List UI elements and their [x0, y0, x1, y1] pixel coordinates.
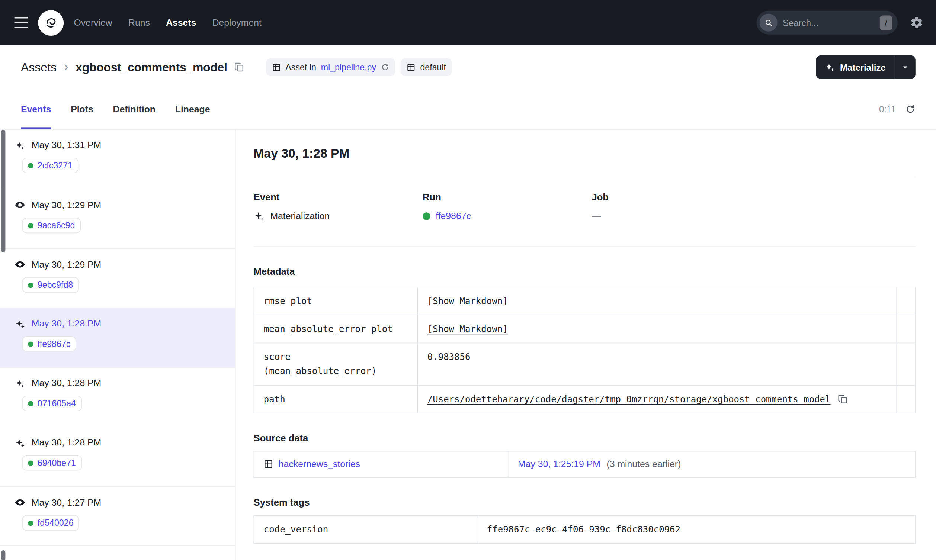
- search-shortcut-hint: /: [880, 15, 893, 30]
- metadata-value-cell: /Users/odetteharary/code/dagster/tmp_0mz…: [417, 385, 896, 413]
- event-time: May 30, 1:28 PM: [32, 378, 101, 389]
- nav-item-assets[interactable]: Assets: [166, 17, 196, 28]
- breadcrumb-assets-link[interactable]: Assets: [21, 60, 57, 74]
- run-tag[interactable]: 9ebc9fd8: [22, 277, 79, 293]
- event-type-value: Materialization: [270, 211, 329, 221]
- storage-path-link[interactable]: /Users/odetteharary/code/dagster/tmp_0mz…: [428, 392, 831, 406]
- dagster-logo[interactable]: [38, 10, 64, 35]
- event-time: May 30, 1:27 PM: [32, 497, 101, 508]
- run-status-dot: [423, 212, 430, 220]
- divider: [254, 177, 916, 177]
- run-status-dot: [28, 460, 33, 466]
- asset-group-tag[interactable]: default: [401, 58, 452, 76]
- metadata-action-cell: [896, 385, 915, 413]
- event-list-item[interactable]: May 30, 1:27 PM fd540026: [0, 487, 235, 546]
- metadata-row: score (mean_absolute_error) 0.983856: [254, 343, 915, 385]
- tab-definition[interactable]: Definition: [113, 89, 155, 129]
- run-link[interactable]: 9aca6c9d: [38, 221, 75, 231]
- event-list-item[interactable]: May 30, 1:29 PM 9ebc9fd8: [0, 249, 235, 308]
- event-list-item[interactable]: May 30, 1:28 PM 6940be71: [0, 427, 235, 487]
- run-status-dot: [28, 401, 33, 406]
- materialization-icon: [254, 211, 265, 221]
- search-icon: [760, 14, 777, 32]
- materialize-label: Materialize: [840, 62, 886, 72]
- show-markdown-link[interactable]: [Show Markdown]: [428, 295, 508, 306]
- refresh-countdown: 0:11: [879, 104, 896, 114]
- asset-tag-prefix: Asset in: [285, 63, 316, 72]
- settings-gear-icon[interactable]: [910, 16, 923, 29]
- metadata-key-cell: path: [254, 385, 417, 413]
- run-link[interactable]: 071605a4: [38, 398, 76, 408]
- materialize-dropdown-button[interactable]: [895, 55, 916, 79]
- source-data-heading: Source data: [254, 433, 916, 444]
- event-list-item[interactable]: May 30, 1:28 PM 071605a4: [0, 368, 235, 427]
- run-link[interactable]: fd540026: [38, 518, 74, 528]
- run-link[interactable]: ffe9867c: [38, 339, 71, 349]
- event-time: May 30, 1:28 PM: [32, 318, 101, 329]
- run-status-dot: [28, 223, 33, 228]
- show-markdown-link[interactable]: [Show Markdown]: [428, 323, 508, 334]
- run-link[interactable]: 2cfc3271: [38, 161, 72, 170]
- observation-eye-icon: [14, 199, 25, 211]
- event-list-item[interactable]: May 30, 1:29 PM 9aca6c9d: [0, 189, 235, 249]
- run-label: Run: [423, 192, 591, 203]
- run-tag[interactable]: ffe9867c: [22, 336, 76, 352]
- source-timestamp-note: (3 minutes earlier): [607, 459, 681, 469]
- nav-item-deployment[interactable]: Deployment: [212, 17, 262, 28]
- top-nav: Overview Runs Assets Deployment /: [0, 0, 936, 45]
- source-timestamp-link[interactable]: May 30, 1:25:19 PM: [518, 459, 600, 469]
- run-status-dot: [28, 342, 33, 346]
- asset-file-link[interactable]: ml_pipeline.py: [321, 63, 376, 72]
- event-time: May 30, 1:29 PM: [32, 259, 101, 270]
- tab-events[interactable]: Events: [21, 89, 51, 129]
- run-tag[interactable]: fd540026: [22, 515, 79, 531]
- metadata-key-cell: rmse plot: [254, 287, 417, 315]
- refresh-group: 0:11: [879, 89, 916, 129]
- nav-item-runs[interactable]: Runs: [128, 17, 150, 28]
- system-tag-key-cell: code_version: [254, 515, 477, 543]
- search-input[interactable]: [783, 17, 874, 28]
- source-asset-cell: hackernews_stories: [254, 451, 508, 477]
- event-time: May 30, 1:28 PM: [32, 437, 101, 448]
- run-tag[interactable]: 6940be71: [22, 455, 82, 471]
- global-search[interactable]: /: [757, 11, 898, 35]
- copy-asset-name-icon[interactable]: [232, 61, 246, 74]
- event-list-item-selected[interactable]: May 30, 1:28 PM ffe9867c: [0, 308, 235, 368]
- metadata-value-cell: 0.983856: [417, 343, 896, 385]
- run-tag[interactable]: 2cfc3271: [22, 158, 79, 173]
- refresh-icon[interactable]: [905, 104, 916, 114]
- score-value: 0.983856: [428, 352, 471, 363]
- metadata-heading: Metadata: [254, 267, 916, 277]
- table-grid-icon: [272, 63, 281, 72]
- scrollbar-thumb[interactable]: [1, 550, 5, 560]
- run-status-dot: [28, 282, 33, 288]
- run-tag[interactable]: 071605a4: [22, 395, 82, 411]
- event-list-sidebar: May 30, 1:31 PM 2cfc3271 May 30, 1:29 PM…: [0, 130, 236, 560]
- source-asset-link[interactable]: hackernews_stories: [279, 457, 360, 472]
- reload-code-location-icon[interactable]: [381, 63, 389, 71]
- materialization-icon: [14, 378, 25, 388]
- content-area: May 30, 1:31 PM 2cfc3271 May 30, 1:29 PM…: [0, 130, 936, 560]
- run-tag[interactable]: 9aca6c9d: [22, 218, 81, 234]
- event-list-item[interactable]: May 30, 1:31 PM 2cfc3271: [0, 130, 235, 189]
- run-link[interactable]: 9ebc9fd8: [38, 280, 73, 290]
- hamburger-menu-button[interactable]: [13, 16, 29, 29]
- run-link[interactable]: 6940be71: [38, 458, 76, 468]
- tab-plots[interactable]: Plots: [71, 89, 93, 129]
- scrollbar-thumb[interactable]: [1, 130, 5, 252]
- swirl-icon: [43, 15, 59, 31]
- breadcrumb-chevron: ›: [64, 59, 68, 73]
- materialize-button[interactable]: Materialize: [816, 55, 895, 79]
- primary-nav: Overview Runs Assets Deployment: [74, 17, 262, 28]
- copy-path-icon[interactable]: [838, 394, 848, 405]
- tab-lineage[interactable]: Lineage: [175, 89, 210, 129]
- run-status-dot: [28, 163, 33, 168]
- group-grid-icon: [406, 63, 416, 72]
- run-link[interactable]: ffe9867c: [436, 211, 471, 221]
- metadata-table: rmse plot [Show Markdown] mean_absolute_…: [254, 287, 916, 414]
- run-status-dot: [28, 520, 33, 525]
- source-timestamp-cell: May 30, 1:25:19 PM (3 minutes earlier): [508, 451, 915, 477]
- nav-item-overview[interactable]: Overview: [74, 17, 112, 28]
- materialization-icon: [14, 140, 25, 150]
- event-label: Event: [254, 192, 423, 203]
